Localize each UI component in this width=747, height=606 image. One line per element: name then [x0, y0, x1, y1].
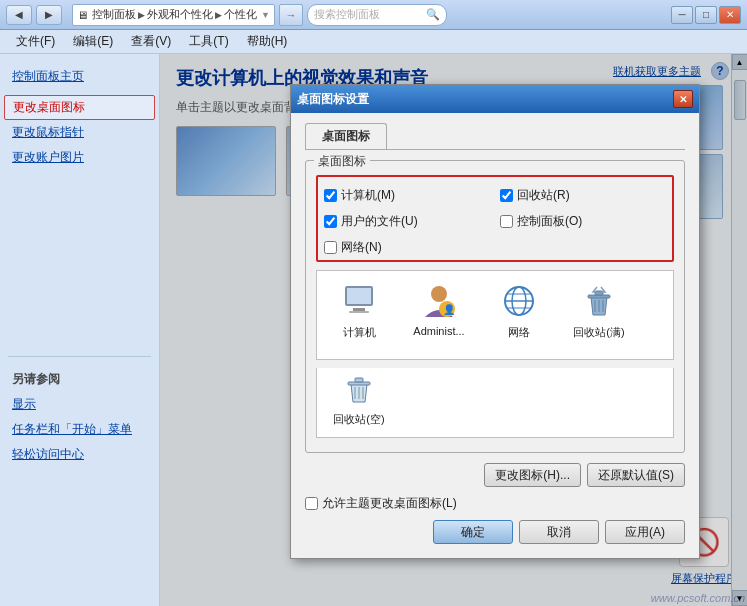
- menu-bar: 文件(F) 编辑(E) 查看(V) 工具(T) 帮助(H): [0, 30, 747, 54]
- icon-administ[interactable]: 👤 Administ...: [407, 281, 471, 337]
- dialog-close-button[interactable]: ✕: [673, 90, 693, 108]
- checkbox-recycle-full-label: 回收站(R): [517, 187, 570, 204]
- recycle-full-icon-label: 回收站(满): [573, 325, 624, 340]
- checkbox-network-input[interactable]: [324, 241, 337, 254]
- sidebar-taskbar[interactable]: 任务栏和「开始」菜单: [0, 417, 159, 442]
- dialog-overlay: 桌面图标设置 ✕ 桌面图标 桌面图标: [160, 54, 747, 606]
- checkbox-user-files-input[interactable]: [324, 215, 337, 228]
- checkboxes-outline: 计算机(M) 回收站(R) 用户的文件(U): [316, 175, 674, 262]
- checkbox-computer: 计算机(M): [324, 187, 490, 204]
- icon-recycle-full[interactable]: 回收站(满): [567, 281, 631, 340]
- desktop-icons-group: 桌面图标 计算机(M) 回收站(R): [305, 160, 685, 453]
- network-icon-label: 网络: [508, 325, 530, 340]
- checkbox-user-files: 用户的文件(U): [324, 213, 490, 230]
- title-bar: ◀ ▶ 🖥 控制面板 ▶ 外观和个性化 ▶ 个性化 ▼ → 搜索控制面板 🔍 ─…: [0, 0, 747, 30]
- menu-file[interactable]: 文件(F): [8, 31, 63, 52]
- svg-point-4: [431, 286, 447, 302]
- sidebar-accessibility[interactable]: 轻松访问中心: [0, 442, 159, 467]
- computer-icon-label: 计算机: [343, 325, 376, 340]
- dialog-title-bar: 桌面图标设置 ✕: [291, 85, 699, 113]
- sidebar-display[interactable]: 显示: [0, 392, 159, 417]
- checkbox-grid: 计算机(M) 回收站(R) 用户的文件(U): [324, 187, 666, 235]
- recycle-empty-icon: [339, 368, 379, 408]
- back-button[interactable]: ◀: [6, 5, 32, 25]
- sidebar-home[interactable]: 控制面板主页: [0, 64, 159, 89]
- allow-theme-label: 允许主题更改桌面图标(L): [322, 495, 457, 512]
- address-icon: 🖥: [77, 9, 88, 21]
- svg-rect-18: [355, 378, 363, 382]
- sidebar-item-account-pic[interactable]: 更改账户图片: [0, 145, 159, 170]
- sidebar-item-desktop-icons[interactable]: 更改桌面图标: [4, 95, 155, 120]
- close-button[interactable]: ✕: [719, 6, 741, 24]
- allow-theme-checkbox[interactable]: [305, 497, 318, 510]
- dialog-action-buttons: 确定 取消 应用(A): [305, 520, 685, 544]
- checkbox-computer-input[interactable]: [324, 189, 337, 202]
- checkbox-computer-label: 计算机(M): [341, 187, 395, 204]
- menu-help[interactable]: 帮助(H): [239, 31, 296, 52]
- minimize-button[interactable]: ─: [671, 6, 693, 24]
- checkbox-recycle-full-input[interactable]: [500, 189, 513, 202]
- checkbox-control-panel-input[interactable]: [500, 215, 513, 228]
- dialog-body: 桌面图标 桌面图标 计算机(M): [291, 113, 699, 558]
- checkbox-control-panel: 控制面板(O): [500, 213, 666, 230]
- sidebar-also-see-title: 另请参阅: [0, 363, 159, 392]
- menu-view[interactable]: 查看(V): [123, 31, 179, 52]
- icon-network[interactable]: 网络: [487, 281, 551, 340]
- address-box[interactable]: 🖥 控制面板 ▶ 外观和个性化 ▶ 个性化 ▼: [72, 4, 275, 26]
- main-area: 控制面板主页 更改桌面图标 更改鼠标指针 更改账户图片 另请参阅 显示 任务栏和…: [0, 54, 747, 606]
- allow-theme-checkbox-row: 允许主题更改桌面图标(L): [305, 495, 685, 512]
- computer-icon: [339, 281, 379, 321]
- search-icon: 🔍: [426, 8, 440, 21]
- dialog-tabs: 桌面图标: [305, 123, 685, 150]
- forward-button[interactable]: ▶: [36, 5, 62, 25]
- search-box[interactable]: 搜索控制面板 🔍: [307, 4, 447, 26]
- recycle-empty-icon-label: 回收站(空): [333, 412, 384, 427]
- icons-preview-grid: 计算机 👤: [316, 270, 674, 360]
- checkbox-network-label: 网络(N): [341, 239, 382, 256]
- go-button[interactable]: →: [279, 4, 303, 26]
- tab-desktop-icons[interactable]: 桌面图标: [305, 123, 387, 149]
- checkbox-user-files-label: 用户的文件(U): [341, 213, 418, 230]
- icon-recycle-empty[interactable]: 回收站(空): [327, 368, 391, 427]
- address-part3: 个性化: [224, 7, 257, 22]
- svg-rect-1: [347, 288, 371, 304]
- administ-icon-label: Administ...: [413, 325, 464, 337]
- svg-rect-2: [353, 308, 365, 311]
- desktop-icons-dialog: 桌面图标设置 ✕ 桌面图标 桌面图标: [290, 84, 700, 559]
- dialog-title: 桌面图标设置: [297, 91, 369, 108]
- icon-change-buttons: 更改图标(H)... 还原默认值(S): [305, 463, 685, 487]
- checkbox-control-panel-label: 控制面板(O): [517, 213, 582, 230]
- address-part2: 外观和个性化: [147, 7, 213, 22]
- sidebar: 控制面板主页 更改桌面图标 更改鼠标指针 更改账户图片 另请参阅 显示 任务栏和…: [0, 54, 160, 606]
- icons-row2: 回收站(空): [316, 368, 674, 438]
- recycle-full-icon: [579, 281, 619, 321]
- svg-rect-3: [349, 311, 369, 313]
- icon-computer[interactable]: 计算机: [327, 281, 391, 340]
- search-placeholder: 搜索控制面板: [314, 7, 380, 22]
- cancel-button[interactable]: 取消: [519, 520, 599, 544]
- sidebar-item-mouse[interactable]: 更改鼠标指针: [0, 120, 159, 145]
- watermark: www.pcsoft.com.cn: [651, 592, 745, 604]
- content-area: ? 更改计算机上的视觉效果和声音 单击主题以更改桌面背景，窗口颜色，声音和屏幕保…: [160, 54, 747, 606]
- checkbox-network: 网络(N): [324, 239, 666, 256]
- group-title: 桌面图标: [314, 153, 370, 170]
- apply-button[interactable]: 应用(A): [605, 520, 685, 544]
- address-part1: 控制面板: [92, 7, 136, 22]
- network-icon: [499, 281, 539, 321]
- title-bar-left: ◀ ▶ 🖥 控制面板 ▶ 外观和个性化 ▶ 个性化 ▼ → 搜索控制面板 🔍: [6, 4, 453, 26]
- menu-edit[interactable]: 编辑(E): [65, 31, 121, 52]
- sidebar-divider: [8, 356, 151, 357]
- administ-icon: 👤: [419, 281, 459, 321]
- svg-text:👤: 👤: [443, 303, 456, 316]
- restore-defaults-button[interactable]: 还原默认值(S): [587, 463, 685, 487]
- change-icon-button[interactable]: 更改图标(H)...: [484, 463, 581, 487]
- address-bar: 🖥 控制面板 ▶ 外观和个性化 ▶ 个性化 ▼ → 搜索控制面板 🔍: [72, 4, 447, 26]
- window-controls: ─ □ ✕: [671, 6, 741, 24]
- checkbox-recycle-full: 回收站(R): [500, 187, 666, 204]
- ok-button[interactable]: 确定: [433, 520, 513, 544]
- maximize-button[interactable]: □: [695, 6, 717, 24]
- menu-tools[interactable]: 工具(T): [181, 31, 236, 52]
